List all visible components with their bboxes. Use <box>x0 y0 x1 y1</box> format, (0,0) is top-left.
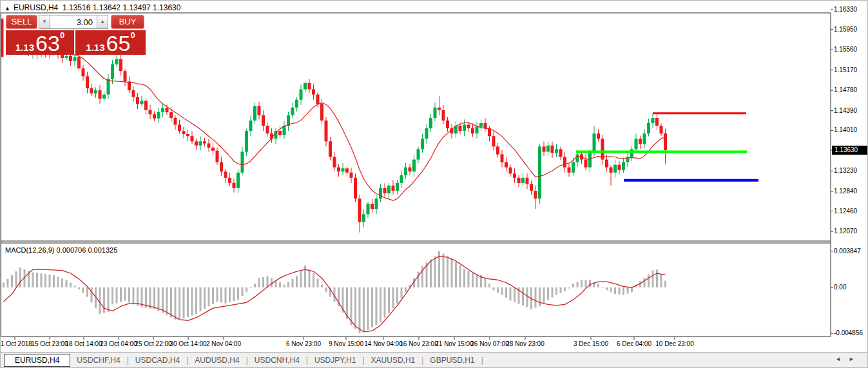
candle <box>241 151 244 172</box>
macd-histogram-bar <box>572 284 574 287</box>
macd-histogram-bar <box>384 287 386 318</box>
volume-input[interactable] <box>50 15 97 29</box>
tab-xauusd-h1[interactable]: XAUUSD,H1 <box>365 356 422 365</box>
candle <box>82 68 85 76</box>
tab-gbpusd-h1[interactable]: GBPUSD,H1 <box>423 356 481 365</box>
candle <box>425 128 429 139</box>
tab-audusd-h4[interactable]: AUDUSD,H4 <box>188 356 246 365</box>
macd-histogram-bar <box>472 273 474 287</box>
volume-increase-button[interactable]: ▲ <box>97 15 108 29</box>
tab-usdcnh-h4[interactable]: USDCNH,H4 <box>248 356 306 365</box>
macd-histogram-bar <box>631 287 633 292</box>
macd-histogram-bar <box>388 287 390 313</box>
candle <box>157 112 160 119</box>
time-axis-label: 30 Oct 14:00 <box>169 340 206 347</box>
macd-histogram-bar <box>396 287 398 304</box>
price-tick-label: 1.14780 <box>834 86 868 93</box>
candle <box>651 118 655 123</box>
macd-histogram-bar <box>212 287 214 304</box>
macd-indicator-label: MACD(12,26,9) 0.000706 0.001325 <box>5 246 117 254</box>
candle <box>526 178 529 184</box>
candle <box>216 151 219 162</box>
time-axis-label: 18 Oct 14:00 <box>65 340 102 347</box>
volume-decrease-button[interactable]: ▼ <box>39 15 50 29</box>
candle <box>258 106 261 115</box>
macd-histogram-bar <box>644 278 646 287</box>
tab-usdcad-h4[interactable]: USDCAD,H4 <box>129 356 186 365</box>
candle <box>362 214 365 222</box>
tab-usdchf-h4[interactable]: USDCHF,H4 <box>70 356 126 365</box>
macd-histogram-bar <box>392 287 394 308</box>
candle <box>622 162 625 170</box>
macd-histogram-bar <box>652 271 654 287</box>
candle <box>392 186 395 191</box>
candle <box>278 131 282 135</box>
candle <box>639 139 642 144</box>
time-axis-label: 26 Nov 07:00 <box>470 340 509 347</box>
candle <box>479 123 483 127</box>
candle <box>471 128 474 133</box>
tab-eurusd-h4[interactable]: EURUSD,H4 <box>4 354 70 367</box>
candle <box>233 183 236 188</box>
macd-histogram-bar <box>443 254 445 287</box>
candle <box>543 146 546 151</box>
candle <box>144 101 148 110</box>
price-tick-label: 1.14390 <box>834 107 868 114</box>
candle <box>496 146 499 154</box>
macd-histogram-bar <box>49 275 51 287</box>
macd-histogram-bar <box>354 287 356 329</box>
time-axis-label: 25 Oct 22:00 <box>135 340 171 347</box>
macd-histogram-bar <box>287 282 289 287</box>
price-tick-label: 1.15560 <box>834 46 868 53</box>
price-tick-label: 1.14010 <box>834 126 868 133</box>
macd-histogram-bar <box>359 287 361 333</box>
macd-histogram-bar <box>170 287 172 317</box>
macd-histogram-bar <box>451 259 453 287</box>
candle <box>438 108 441 110</box>
macd-histogram-bar <box>606 287 608 290</box>
buy-price-sup: 0 <box>130 32 135 39</box>
tab-scroll-arrows[interactable]: ◄► <box>835 356 862 362</box>
candle <box>253 106 256 121</box>
candle <box>111 64 114 79</box>
macd-histogram-bar <box>552 287 554 297</box>
candle <box>563 157 566 168</box>
candle <box>421 139 424 149</box>
buy-button[interactable]: BUY <box>111 15 144 29</box>
macd-histogram-bar <box>589 280 591 287</box>
sell-button[interactable]: SELL <box>6 15 37 29</box>
macd-histogram-bar <box>15 271 17 287</box>
macd-histogram-bar <box>19 267 21 287</box>
candle <box>99 90 102 99</box>
symbol-triangle-icon: ▲ <box>5 5 10 12</box>
price-chart-canvas[interactable] <box>1 1 868 368</box>
macd-histogram-bar <box>505 287 507 298</box>
candle <box>178 124 181 131</box>
candle <box>128 81 131 90</box>
candle <box>630 149 633 157</box>
candle <box>300 90 303 100</box>
candle <box>613 165 617 173</box>
one-click-trading-widget: SELL ▼ ▲ BUY 1.13 63 0 1.13 65 0 <box>6 15 146 55</box>
macd-histogram-bar <box>325 287 327 292</box>
scroll-right-icon[interactable]: ► <box>849 356 862 362</box>
tab-usdjpy-h1[interactable]: USDJPY,H1 <box>308 356 362 365</box>
candle <box>86 76 89 88</box>
candle <box>434 108 437 118</box>
candle <box>124 71 127 81</box>
macd-histogram-bar <box>317 279 319 287</box>
scroll-left-icon[interactable]: ◄ <box>835 356 849 362</box>
macd-histogram-bar <box>602 287 604 287</box>
candle <box>337 168 340 171</box>
macd-histogram-bar <box>53 275 55 287</box>
macd-histogram-bar <box>459 266 461 287</box>
candle <box>610 168 613 173</box>
macd-histogram-bar <box>57 276 59 287</box>
buy-price-display[interactable]: 1.13 65 0 <box>75 30 146 55</box>
macd-tick-label: -0.004856 <box>834 329 868 336</box>
sell-price-display[interactable]: 1.13 63 0 <box>6 30 74 55</box>
macd-histogram-bar <box>91 287 93 302</box>
price-tick-label: 1.15950 <box>834 26 868 33</box>
macd-histogram-bar <box>661 274 662 287</box>
candle <box>203 141 206 143</box>
